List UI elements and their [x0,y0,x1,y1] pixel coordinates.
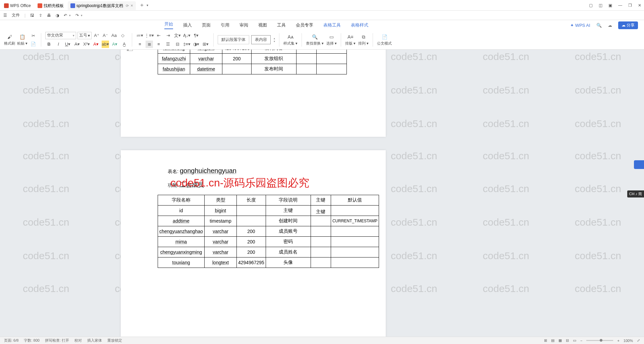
minimize-button[interactable]: — [618,3,622,8]
redo-button[interactable]: ↷ [75,13,79,18]
find-replace-button[interactable]: 🔍查找替换 ▾ [306,34,324,46]
schema-table[interactable]: 字段名称类型长度字段说明主键默认值 idbigint主键主键 addtimeti… [158,195,379,268]
copy-button[interactable]: 📄 [30,40,37,48]
undo-button[interactable]: ↶ [64,13,67,18]
align-justify-button[interactable]: ☰ [164,41,172,48]
tab-table-style[interactable]: 表格样式 [351,22,368,28]
increase-indent-button[interactable]: ⇥ [164,32,172,39]
distribute-button[interactable]: ⊟ [174,41,181,48]
bold-button[interactable]: B [45,41,53,48]
search-icon[interactable]: 🔍 [596,23,602,28]
close-window-button[interactable]: ✕ [638,3,641,8]
tab-dropdown-icon[interactable]: ▾ [147,3,148,7]
tab-view[interactable]: 视图 [258,22,267,28]
numbering-button[interactable]: ⋮≡▾ [146,32,153,39]
align-left-button[interactable]: ≡ [136,41,144,48]
restore-icon[interactable]: ⟳ [126,4,129,8]
select-button[interactable]: ▭选择 ▾ [326,34,337,46]
zoom-out-button[interactable]: − [580,339,582,343]
spellcheck-status[interactable]: 拼写检查: 打开 [45,338,69,343]
align-right-button[interactable]: ≡ [155,41,162,48]
shading-button[interactable]: A▾ [111,41,118,48]
margin-marker-icon[interactable]: ▣ ▾ [127,50,133,51]
export-icon[interactable]: ⇪ [39,13,42,18]
strikethrough-button[interactable]: A̶▾ [73,41,81,48]
view-print-icon[interactable]: ▤ [551,338,554,343]
save-button[interactable]: 🖫 [30,13,34,18]
tab-daoke[interactable]: 找稻壳模板 [35,1,66,10]
tab-insert[interactable]: 插入 [183,22,192,28]
menu-icon[interactable]: ☰ [3,13,7,18]
tab-review[interactable]: 审阅 [239,22,248,28]
font-family-select[interactable]: 华文仿宋▾ [45,32,76,39]
view-icon[interactable]: ⊞ [544,338,547,343]
zoom-slider[interactable] [586,340,613,341]
tab-tools[interactable]: 工具 [277,22,286,28]
tab-member[interactable]: 会员专享 [296,22,313,28]
side-cloud-button[interactable] [634,160,644,169]
preview-icon[interactable]: ◑ [56,13,59,18]
arrange-button[interactable]: ⧉排列 ▾ [358,34,369,46]
style-body[interactable]: 表内容 [251,35,271,44]
share-button[interactable]: ☁ 分享 [618,21,638,29]
add-tab-button[interactable]: ＋ [139,2,145,9]
char-border-button[interactable]: A̲ [120,41,128,48]
styles-gallery[interactable]: 默认段落字体 表内容 ▴▾ [218,35,275,44]
decrease-indent-button[interactable]: ⇤ [155,32,162,39]
sort-button[interactable]: Ą↓▾ [183,32,191,39]
superscript-button[interactable]: X²▾ [83,41,90,48]
view-outline-icon[interactable]: ⊟ [566,338,569,343]
show-marks-button[interactable]: ¶▾ [193,32,200,39]
increase-font-button[interactable]: A⁺ [93,32,100,39]
cloud-icon[interactable]: ☁ [608,23,612,28]
format-painter-button[interactable]: 🖌格式刷 [4,34,15,46]
para-shading-button[interactable]: ◑▾ [193,41,200,48]
tab-start[interactable]: 开始 [164,21,173,29]
font-color-button[interactable]: A▾ [92,41,100,48]
window-cube-icon[interactable]: ◫ [599,3,602,8]
replay-lock[interactable]: 重放锁定 [107,338,122,343]
official-doc-button[interactable]: 📄公文模式 [377,34,392,46]
document-canvas[interactable]: code51.cncode51.cncode51.cncode51.cncode… [0,50,644,344]
schema-table-partial[interactable]: fulineironglongtext4294967295福利内容 fafang… [158,50,347,74]
view-web-icon[interactable]: ▦ [558,338,562,343]
wps-ai-button[interactable]: ✦ WPS AI [570,23,590,28]
zoom-level[interactable]: 100% [624,339,633,343]
paste-button[interactable]: 📋粘贴 ▾ [17,34,28,46]
align-center-button[interactable]: ≣ [146,41,153,48]
close-tab-icon[interactable]: × [131,3,133,8]
file-menu[interactable]: 文件 [12,12,20,18]
highlight-button[interactable]: ab▾ [102,41,109,48]
change-case-button[interactable]: Aa [110,32,118,39]
page-indicator[interactable]: 页面: 6/8 [4,338,18,343]
bullets-button[interactable]: ≔▾ [136,32,144,39]
word-count[interactable]: 字数: 800 [24,338,39,343]
style-default[interactable]: 默认段落字体 [218,35,249,44]
sort-layout-button[interactable]: A≡排版 ▾ [345,34,356,46]
view-read-icon[interactable]: ▭ [573,338,576,343]
clear-format-button[interactable]: ◇ [119,32,126,39]
tab-page[interactable]: 页面 [202,22,211,28]
cut-button[interactable]: ✂ [30,32,37,39]
maximize-button[interactable]: ❐ [628,3,632,8]
styleset-button[interactable]: Aᴀ样式集 ▾ [283,34,298,46]
font-size-select[interactable]: 五号▾ [77,32,92,39]
decrease-font-button[interactable]: A⁻ [102,32,109,39]
fit-icon[interactable]: ⤢ [637,338,640,343]
user-avatar-icon[interactable]: ▣ [608,3,612,8]
text-direction-button[interactable]: 文▾ [174,32,181,39]
proof-status[interactable]: 校对 [74,338,82,343]
tab-table-tools[interactable]: 表格工具 [323,22,341,28]
window-box-icon[interactable]: ▢ [589,3,593,8]
italic-button[interactable]: I [55,41,62,48]
tab-document[interactable]: springbootnjp1数据库文档⟳× [68,1,136,10]
borders-button[interactable]: ⊞▾ [202,41,209,48]
print-button[interactable]: 🖶 [47,13,51,18]
line-spacing-button[interactable]: ‡≡▾ [183,41,191,48]
underline-button[interactable]: U▾ [64,41,71,48]
zoom-in-button[interactable]: + [617,339,619,343]
tab-wps-home[interactable]: WPS Office [1,1,34,10]
tab-reference[interactable]: 引用 [221,22,229,28]
insert-mode[interactable]: 插入家体 [87,338,102,343]
ime-indicator[interactable]: CH ♪ 简 [627,190,644,197]
